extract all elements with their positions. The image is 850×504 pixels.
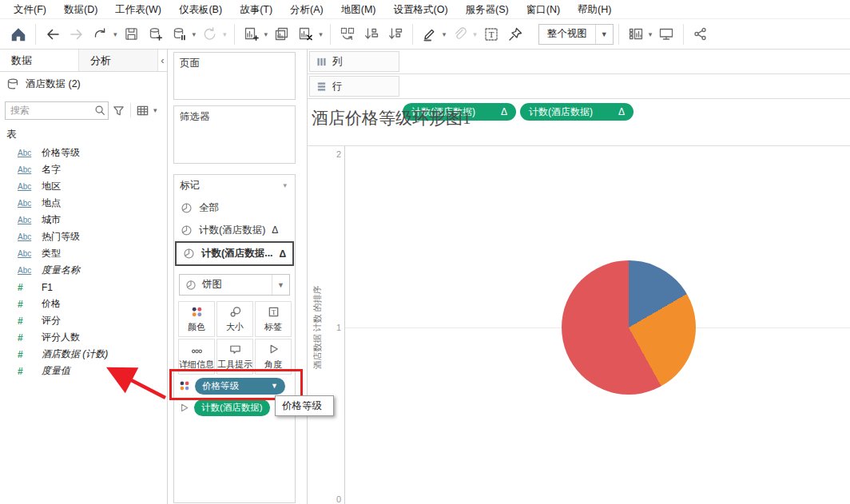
presentation-mode-icon[interactable]	[655, 22, 677, 46]
pie-chart[interactable]	[562, 260, 696, 395]
marks-card: 标记 ▾ 全部 计数(酒店数据) Δ 计数(酒店数据... Δ 饼图 ▼	[173, 174, 296, 503]
pill-dropdown-icon[interactable]: ▼	[271, 382, 278, 390]
redo-dropdown-icon[interactable]: ▾	[113, 30, 117, 38]
menu-help[interactable]: 帮助(H)	[569, 0, 620, 19]
menu-window[interactable]: 窗口(N)	[518, 0, 569, 19]
price-level-pill[interactable]: 价格等级 ▼	[195, 378, 285, 395]
pie-mark-icon	[181, 202, 193, 214]
tab-data[interactable]: 数据	[0, 50, 79, 71]
label-button[interactable]: T 标签	[255, 301, 292, 337]
delta-badge: Δ	[280, 248, 287, 260]
mark-type-selector[interactable]: 饼图 ▼	[179, 274, 290, 296]
sort-descending-icon[interactable]	[384, 22, 407, 46]
tooltip-button[interactable]: 工具提示	[216, 339, 253, 375]
highlight-icon[interactable]	[419, 22, 441, 46]
field-row[interactable]: Abc名字	[0, 161, 167, 178]
number-type-icon: #	[18, 349, 42, 360]
sort-ascending-icon[interactable]	[360, 22, 383, 46]
show-hide-cards-icon[interactable]	[625, 22, 647, 46]
back-icon[interactable]	[42, 22, 64, 46]
swap-axes-icon[interactable]	[336, 22, 359, 46]
angle-button[interactable]: 角度	[255, 339, 292, 375]
save-icon[interactable]	[121, 22, 143, 46]
mark-type-dropdown-icon[interactable]: ▼	[272, 275, 289, 295]
fix-axes-pin-icon[interactable]	[504, 22, 526, 46]
columns-shelf[interactable]: 列	[308, 50, 850, 74]
filters-shelf[interactable]: 筛选器	[173, 105, 296, 164]
worksheet-canvas: 列 行 计数(酒店数据) Δ 计数(酒店数据) Δ 酒店价格等级环形图1 2 1…	[308, 50, 850, 504]
filter-funnel-icon[interactable]	[112, 104, 125, 117]
new-worksheet-dropdown-icon[interactable]: ▾	[264, 30, 268, 38]
columns-icon	[316, 57, 327, 67]
mark-type-value: 饼图	[202, 278, 222, 292]
view-options-grid-icon[interactable]	[136, 104, 149, 117]
toolbar-divider	[234, 24, 235, 45]
refresh-dropdown-icon[interactable]: ▾	[223, 30, 227, 38]
pause-datasource-icon[interactable]	[169, 22, 191, 46]
sheet-title[interactable]: 酒店价格等级环形图1	[312, 107, 471, 129]
rows-pill-2[interactable]: 计数(酒店数据) Δ	[520, 103, 634, 121]
field-row[interactable]: #评分	[0, 312, 167, 329]
field-row[interactable]: Abc城市	[0, 212, 167, 228]
menu-analysis[interactable]: 分析(A)	[281, 0, 332, 19]
refresh-icon[interactable]	[199, 22, 221, 46]
show-hide-cards-dropdown-icon[interactable]: ▾	[649, 30, 653, 38]
field-row[interactable]: Abc地点	[0, 195, 167, 212]
detail-button[interactable]: 详细信息	[178, 339, 215, 375]
string-type-icon: Abc	[18, 232, 42, 241]
add-datasource-icon[interactable]	[145, 22, 167, 46]
data-panel: 数据 分析 ‹ 酒店数据 (2) ▾ 表 Abc价格等级 Abc名字 Abc地区…	[0, 50, 168, 504]
menu-dashboard[interactable]: 仪表板(B)	[170, 0, 231, 19]
pages-shelf[interactable]: 页面	[173, 52, 296, 100]
clear-sheet-icon[interactable]	[295, 22, 317, 46]
marks-card-header[interactable]: 标记 ▾	[174, 175, 295, 196]
duplicate-sheet-icon[interactable]	[271, 22, 293, 46]
highlight-dropdown-icon[interactable]: ▾	[443, 30, 447, 38]
tab-analytics[interactable]: 分析	[79, 50, 158, 71]
menu-file[interactable]: 文件(F)	[5, 0, 55, 19]
color-button[interactable]: 颜色	[178, 301, 215, 337]
menu-map[interactable]: 地图(M)	[332, 0, 385, 19]
redo-icon[interactable]	[89, 22, 112, 46]
field-row[interactable]: #评分人数	[0, 329, 167, 346]
rows-shelf[interactable]: 行 计数(酒店数据) Δ 计数(酒店数据) Δ	[308, 74, 850, 99]
home-icon[interactable]	[7, 22, 30, 46]
menu-story[interactable]: 故事(T)	[231, 0, 281, 19]
show-mark-labels-icon[interactable]: T	[480, 22, 502, 46]
color-dots-icon	[178, 379, 191, 392]
marks-item-count-2-selected[interactable]: 计数(酒店数据... Δ	[175, 241, 294, 266]
collapse-panel-icon[interactable]: ‹	[158, 50, 167, 71]
fit-selector[interactable]: 整个视图 ▼	[538, 24, 614, 45]
marks-card-dropdown-icon[interactable]: ▾	[283, 181, 287, 189]
new-worksheet-icon[interactable]	[240, 22, 263, 46]
rows-icon	[316, 81, 327, 92]
forward-icon[interactable]	[66, 22, 88, 46]
field-row[interactable]: Abc热门等级	[0, 228, 167, 245]
pause-datasource-dropdown-icon[interactable]: ▾	[193, 30, 197, 38]
share-icon[interactable]	[689, 22, 712, 46]
field-row[interactable]: Abc类型	[0, 245, 167, 262]
marks-item-count-1[interactable]: 计数(酒店数据) Δ	[174, 219, 295, 241]
menu-data[interactable]: 数据(D)	[55, 0, 106, 19]
menu-worksheet[interactable]: 工作表(W)	[106, 0, 170, 19]
field-row[interactable]: Abc度量名称	[0, 262, 167, 279]
field-row[interactable]: #酒店数据 (计数)	[0, 346, 167, 363]
size-button[interactable]: 大小	[216, 301, 253, 337]
string-type-icon: Abc	[18, 266, 42, 275]
fit-selector-dropdown-icon[interactable]: ▼	[595, 25, 613, 44]
field-row[interactable]: #F1	[0, 279, 167, 296]
field-row[interactable]: #价格	[0, 296, 167, 312]
field-row[interactable]: Abc价格等级	[0, 145, 167, 161]
datasource-row[interactable]: 酒店数据 (2)	[0, 73, 167, 94]
view-options-dropdown-icon[interactable]: ▾	[153, 106, 157, 114]
field-row[interactable]: Abc地区	[0, 178, 167, 195]
menu-format[interactable]: 设置格式(O)	[385, 0, 457, 19]
group-dropdown-icon[interactable]: ▾	[473, 30, 477, 38]
count-pill[interactable]: 计数(酒店数据)	[194, 399, 270, 416]
group-paperclip-icon[interactable]	[449, 22, 471, 46]
menu-server[interactable]: 服务器(S)	[457, 0, 518, 19]
data-panel-tabs: 数据 分析 ‹	[0, 50, 167, 72]
marks-item-all[interactable]: 全部	[174, 196, 295, 219]
clear-sheet-dropdown-icon[interactable]: ▾	[319, 30, 323, 38]
field-row[interactable]: #度量值	[0, 363, 167, 379]
